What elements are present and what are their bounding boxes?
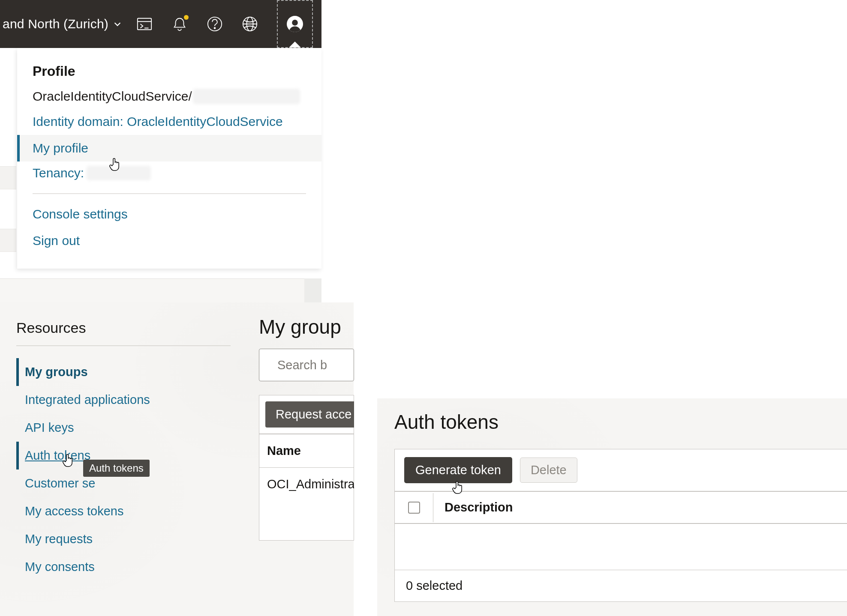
- auth-tokens-snippet: Auth tokens Generate token Delete Descri…: [377, 398, 847, 616]
- background-row: [0, 166, 16, 189]
- sidebar-item-api-keys[interactable]: API keys: [16, 414, 235, 442]
- auth-tokens-heading: Auth tokens: [377, 398, 847, 434]
- resources-heading: Resources: [16, 320, 86, 336]
- resources-panel-snippet: Resources My groups Integrated applicati…: [0, 302, 354, 616]
- background-row: [0, 229, 16, 252]
- divider: [16, 345, 231, 346]
- column-header-name: Name: [259, 434, 354, 467]
- my-groups-panel: My group Request acce Name OCI_Administr…: [255, 302, 354, 616]
- sign-out-link[interactable]: Sign out: [17, 227, 321, 254]
- svg-point-4: [214, 27, 216, 29]
- help-icon[interactable]: [207, 16, 223, 32]
- notification-dot: [184, 15, 189, 20]
- scrollbar-track[interactable]: [304, 278, 321, 302]
- table-empty-row: [395, 524, 847, 570]
- sidebar-item-customer-secret-keys[interactable]: Customer se: [16, 469, 235, 497]
- select-all-checkbox[interactable]: [408, 502, 420, 514]
- cloud-shell-icon[interactable]: [136, 16, 153, 32]
- my-profile-link[interactable]: My profile: [17, 135, 321, 161]
- topbar: and North (Zurich): [0, 0, 321, 48]
- region-selector[interactable]: and North (Zurich): [0, 0, 122, 48]
- profile-username: OracleIdentityCloudService/: [17, 89, 321, 104]
- svg-point-8: [292, 20, 298, 26]
- sidebar-item-my-access-tokens[interactable]: My access tokens: [16, 497, 235, 525]
- identity-domain-link[interactable]: Identity domain: OracleIdentityCloudServ…: [17, 108, 321, 135]
- delete-button[interactable]: Delete: [520, 458, 577, 483]
- column-header-description: Description: [433, 492, 524, 523]
- chevron-down-icon: [113, 19, 122, 29]
- sidebar-item-auth-tokens[interactable]: Auth tokens Auth tokens: [16, 442, 235, 469]
- profile-heading: Profile: [17, 61, 321, 89]
- profile-dropdown-snippet: and North (Zurich): [0, 0, 321, 302]
- sidebar-item-my-groups[interactable]: My groups: [16, 358, 235, 386]
- request-access-button[interactable]: Request acce: [265, 401, 354, 428]
- topbar-icons: [136, 0, 321, 48]
- hand-cursor-icon: [109, 157, 120, 171]
- search-field[interactable]: [259, 349, 354, 381]
- redacted-username: [193, 89, 300, 104]
- generate-token-button[interactable]: Generate token: [404, 457, 512, 483]
- sidebar-item-integrated-applications[interactable]: Integrated applications: [16, 386, 235, 414]
- hand-cursor-icon: [452, 480, 463, 494]
- search-input[interactable]: [277, 358, 354, 372]
- auth-tokens-table: Generate token Delete Description 0 sele…: [394, 449, 847, 602]
- bottom-strip: [0, 278, 321, 302]
- language-icon[interactable]: [242, 16, 258, 32]
- sidebar-item-my-requests[interactable]: My requests: [16, 525, 235, 553]
- my-groups-heading: My group: [255, 302, 354, 349]
- user-avatar-icon: [287, 16, 303, 32]
- tenancy-link[interactable]: Tenancy:: [17, 161, 321, 186]
- selection-count: 0 selected: [395, 570, 847, 601]
- table-header-row: Description: [395, 491, 847, 524]
- hand-cursor-icon: [63, 453, 74, 467]
- sidebar-item-my-consents[interactable]: My consents: [16, 553, 235, 581]
- region-label: and North (Zurich): [3, 17, 108, 31]
- resources-nav: My groups Integrated applications API ke…: [16, 358, 235, 581]
- console-settings-link[interactable]: Console settings: [17, 201, 321, 227]
- my-groups-toolbar: Request acce Name OCI_Administra: [259, 395, 354, 541]
- table-row[interactable]: OCI_Administra: [259, 467, 354, 540]
- profile-dropdown: Profile OracleIdentityCloudService/ Iden…: [17, 48, 321, 269]
- user-menu-button[interactable]: [277, 0, 313, 48]
- divider: [33, 193, 306, 194]
- select-all-cell[interactable]: [395, 493, 433, 522]
- notifications-icon[interactable]: [171, 16, 188, 32]
